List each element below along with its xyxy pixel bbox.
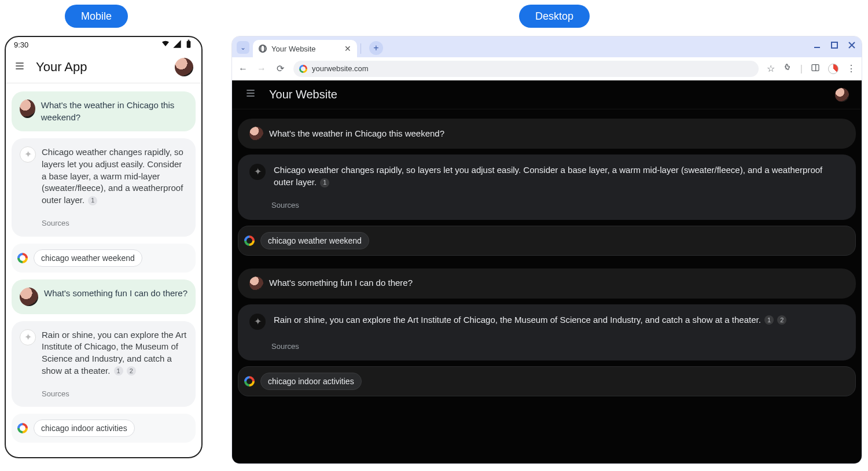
user-message: What's the weather in Chicago this weeke… bbox=[238, 119, 856, 149]
back-icon[interactable]: ← bbox=[238, 64, 248, 74]
sidebar-icon[interactable] bbox=[811, 63, 820, 75]
google-logo-icon bbox=[299, 65, 307, 73]
mobile-app-header: Your App bbox=[6, 51, 201, 83]
sources-label[interactable]: Sources bbox=[20, 218, 187, 229]
citation-chip[interactable]: 1 bbox=[320, 178, 329, 187]
message-text: What's something fun I can do there? bbox=[269, 277, 413, 289]
forward-icon[interactable]: → bbox=[256, 64, 267, 74]
message-text: What's the weather in Chicago this weeke… bbox=[269, 128, 444, 140]
message-text: Chicago weather changes rapidly, so laye… bbox=[42, 146, 187, 206]
google-logo-icon bbox=[244, 236, 255, 246]
search-suggestion-row: chicago indoor activities bbox=[238, 366, 856, 396]
label-desktop: Desktop bbox=[519, 5, 590, 28]
browser-toolbar: ← → ⟳ yourwebsite.com ☆ | ⋮ bbox=[232, 57, 862, 80]
hamburger-icon[interactable] bbox=[245, 87, 256, 102]
maximize-icon[interactable] bbox=[830, 41, 838, 51]
message-text: Rain or shine, you can explore the Art I… bbox=[274, 314, 844, 326]
desktop-chat-body: What's the weather in Chicago this weeke… bbox=[232, 109, 862, 406]
minimize-icon[interactable] bbox=[813, 41, 821, 51]
sparkle-icon: ✦ bbox=[249, 314, 266, 330]
citation-chip[interactable]: 1 bbox=[88, 196, 97, 205]
user-avatar bbox=[20, 100, 35, 118]
sparkle-icon: ✦ bbox=[20, 146, 36, 163]
google-logo-icon bbox=[17, 423, 28, 433]
wifi-icon bbox=[161, 39, 170, 50]
cellular-icon bbox=[172, 39, 182, 50]
citation-chip[interactable]: 2 bbox=[127, 366, 136, 376]
user-message: What's something fun I can do there? bbox=[12, 279, 196, 314]
ai-message: ✦ Chicago weather changes rapidly, so la… bbox=[12, 138, 196, 236]
search-query-chip[interactable]: chicago indoor activities bbox=[34, 420, 135, 437]
user-message: What's something fun I can do there? bbox=[238, 268, 856, 299]
divider bbox=[361, 43, 361, 54]
user-avatar[interactable] bbox=[175, 58, 193, 76]
close-tab-icon[interactable]: ✕ bbox=[344, 44, 351, 53]
user-avatar[interactable] bbox=[835, 88, 849, 102]
sources-label[interactable]: Sources bbox=[249, 200, 844, 211]
close-window-icon[interactable] bbox=[848, 41, 856, 51]
citation-chip[interactable]: 2 bbox=[777, 315, 786, 325]
search-suggestion-row: chicago weather weekend bbox=[238, 226, 856, 256]
address-bar[interactable]: yourwebsite.com bbox=[293, 61, 759, 77]
mobile-status-bar: 9:30 bbox=[6, 37, 201, 51]
ai-message: ✦ Chicago weather changes rapidly, so la… bbox=[238, 154, 856, 220]
citation-chip[interactable]: 1 bbox=[764, 315, 774, 325]
user-avatar bbox=[20, 288, 38, 306]
user-avatar bbox=[249, 277, 263, 290]
message-text: Chicago weather changes rapidly, so laye… bbox=[274, 164, 844, 189]
search-query-chip[interactable]: chicago weather weekend bbox=[260, 232, 369, 249]
profile-avatar-icon[interactable] bbox=[828, 64, 838, 74]
message-text: Rain or shine, you can explore the Art I… bbox=[42, 329, 187, 377]
browser-tab[interactable]: Your Website ✕ bbox=[253, 40, 357, 57]
sources-label[interactable]: Sources bbox=[249, 341, 844, 352]
globe-icon bbox=[259, 45, 267, 53]
browser-window: ⌄ Your Website ✕ + ← → ⟳ yourwebsite.com bbox=[231, 36, 862, 464]
reload-icon[interactable]: ⟳ bbox=[275, 63, 285, 74]
website-viewport: Your Website What's the weather in Chica… bbox=[232, 80, 862, 463]
site-title: Your Website bbox=[269, 88, 822, 101]
url-text: yourwebsite.com bbox=[312, 64, 369, 73]
label-mobile: Mobile bbox=[65, 5, 128, 28]
status-time: 9:30 bbox=[14, 41, 28, 49]
ai-message: ✦ Rain or shine, you can explore the Art… bbox=[238, 304, 856, 361]
svg-rect-2 bbox=[832, 42, 837, 48]
battery-icon bbox=[184, 39, 193, 50]
mobile-app-title: Your App bbox=[36, 60, 164, 75]
sparkle-icon: ✦ bbox=[20, 329, 36, 345]
bookmark-star-icon[interactable]: ☆ bbox=[767, 63, 775, 74]
citation-chip[interactable]: 1 bbox=[114, 366, 123, 376]
extensions-icon[interactable] bbox=[783, 63, 792, 75]
message-text: What's the weather in Chicago this weeke… bbox=[41, 100, 187, 123]
svg-rect-0 bbox=[187, 41, 191, 47]
search-suggestion-row: chicago indoor activities bbox=[12, 414, 196, 443]
google-logo-icon bbox=[244, 376, 255, 387]
mobile-device-frame: 9:30 Your App What's the weather in Chic… bbox=[5, 36, 203, 458]
sources-label[interactable]: Sources bbox=[20, 389, 187, 399]
google-logo-icon bbox=[17, 253, 28, 263]
sparkle-icon: ✦ bbox=[249, 164, 266, 180]
tab-title: Your Website bbox=[271, 45, 316, 53]
message-text: What's something fun I can do there? bbox=[44, 288, 187, 300]
browser-tabstrip: ⌄ Your Website ✕ + bbox=[232, 36, 862, 57]
new-tab-button[interactable]: + bbox=[369, 41, 383, 55]
hamburger-icon[interactable] bbox=[14, 60, 25, 74]
tabs-menu-button[interactable]: ⌄ bbox=[237, 41, 249, 54]
user-message: What's the weather in Chicago this weeke… bbox=[12, 91, 196, 131]
mobile-chat-body: What's the weather in Chicago this weeke… bbox=[6, 83, 201, 451]
ai-message: ✦ Rain or shine, you can explore the Art… bbox=[12, 321, 196, 407]
site-header: Your Website bbox=[232, 80, 862, 109]
user-avatar bbox=[249, 127, 263, 141]
svg-rect-1 bbox=[188, 39, 190, 41]
search-suggestion-row: chicago weather weekend bbox=[12, 244, 196, 273]
search-query-chip[interactable]: chicago weather weekend bbox=[34, 249, 142, 267]
kebab-menu-icon[interactable]: ⋮ bbox=[847, 63, 856, 74]
search-query-chip[interactable]: chicago indoor activities bbox=[260, 373, 362, 390]
